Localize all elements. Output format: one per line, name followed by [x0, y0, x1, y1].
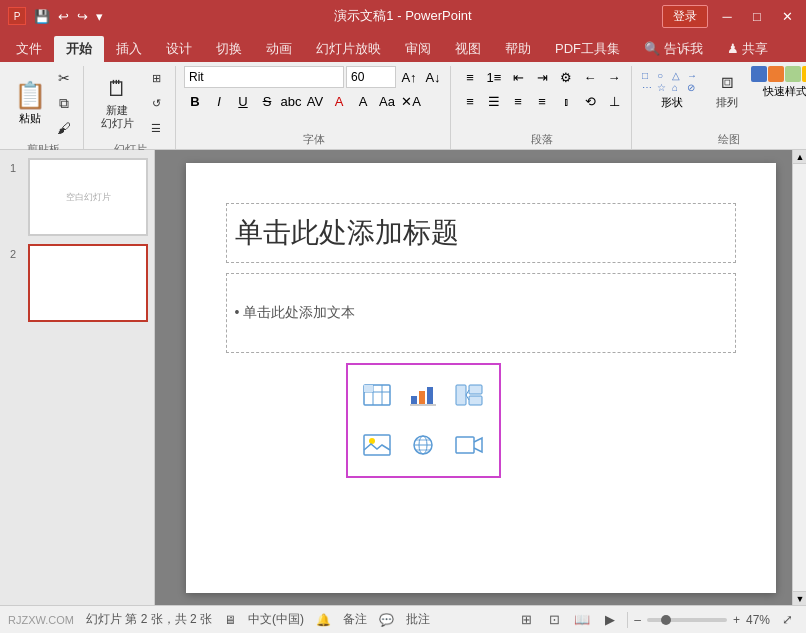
- status-left: RJZXW.COM 幻灯片 第 2 张，共 2 张 🖥 中文(中国) 🔔 备注 …: [8, 611, 430, 628]
- tab-file[interactable]: 文件: [4, 36, 54, 62]
- align-right-button[interactable]: ≡: [507, 90, 529, 112]
- vertical-scrollbar[interactable]: ▲ ▼: [792, 150, 806, 605]
- justify-button[interactable]: ≡: [531, 90, 553, 112]
- slide-sorter-button[interactable]: ⊡: [543, 609, 565, 631]
- fontcase-button[interactable]: Aa: [376, 90, 398, 112]
- style-swatch-3[interactable]: [785, 66, 801, 82]
- paste-button[interactable]: 📋 粘贴: [10, 66, 50, 140]
- customize-quick-icon[interactable]: ▾: [94, 7, 105, 26]
- tab-design[interactable]: 设计: [154, 36, 204, 62]
- numbered-list-button[interactable]: 1≡: [483, 66, 505, 88]
- tab-help[interactable]: 帮助: [493, 36, 543, 62]
- style-swatch-2[interactable]: [768, 66, 784, 82]
- redo-quick-icon[interactable]: ↪: [75, 7, 90, 26]
- tab-slideshow[interactable]: 幻灯片放映: [304, 36, 393, 62]
- tab-pdf[interactable]: PDF工具集: [543, 36, 632, 62]
- scroll-down-button[interactable]: ▼: [793, 591, 806, 605]
- style-swatch-1[interactable]: [751, 66, 767, 82]
- slide-title-text: 单击此处添加标题: [235, 214, 459, 252]
- insert-online-icon[interactable]: [402, 422, 444, 468]
- decrease-indent-button[interactable]: ⇤: [507, 66, 529, 88]
- font-size-input[interactable]: [346, 66, 396, 88]
- slide-layout-button[interactable]: ⊞: [143, 66, 169, 90]
- tab-insert[interactable]: 插入: [104, 36, 154, 62]
- scroll-up-button[interactable]: ▲: [793, 150, 806, 164]
- align-left-button[interactable]: ≡: [459, 90, 481, 112]
- ribbon-group-paragraph: ≡ 1≡ ⇤ ⇥ ⚙ ← → ≡ ☰ ≡ ≡ ⫾ ⟲ ⊥: [453, 66, 632, 149]
- notes-label[interactable]: 备注: [343, 611, 367, 628]
- tab-review[interactable]: 审阅: [393, 36, 443, 62]
- ltr-button[interactable]: →: [603, 66, 625, 88]
- tab-view[interactable]: 视图: [443, 36, 493, 62]
- save-quick-icon[interactable]: 💾: [32, 7, 52, 26]
- textcolor-button[interactable]: A: [352, 90, 374, 112]
- new-slide-button[interactable]: 🗒 新建幻灯片: [92, 66, 142, 140]
- insert-table-icon[interactable]: [356, 373, 398, 419]
- underline-button[interactable]: U: [232, 90, 254, 112]
- minimize-button[interactable]: ─: [716, 5, 738, 27]
- insert-video-icon[interactable]: [448, 422, 490, 468]
- smartart-button[interactable]: ⚙: [555, 66, 577, 88]
- slide-reset-button[interactable]: ↺: [143, 91, 169, 115]
- textalign-v-button[interactable]: ⊥: [603, 90, 625, 112]
- zoom-in-button[interactable]: +: [733, 613, 740, 627]
- slide-body-placeholder[interactable]: • 单击此处添加文本: [226, 273, 736, 353]
- font-name-row: A↑ A↓: [184, 66, 444, 88]
- insert-picture-icon[interactable]: [356, 422, 398, 468]
- font-section: A↑ A↓ B I U S abc AV A A Aa ✕A: [184, 66, 444, 112]
- arrange-button[interactable]: ⧈ 排列: [705, 66, 749, 114]
- increase-indent-button[interactable]: ⇥: [531, 66, 553, 88]
- bold-button[interactable]: B: [184, 90, 206, 112]
- shapes-palette[interactable]: □ ○ △ → ⋯ ☆ ⌂ ⊘ 形状: [640, 66, 703, 114]
- slide-thumb-1[interactable]: 1 空白幻灯片: [28, 158, 148, 236]
- slideshow-view-button[interactable]: ▶: [599, 609, 621, 631]
- zoom-out-button[interactable]: –: [634, 613, 641, 627]
- comments-label[interactable]: 批注: [406, 611, 430, 628]
- slide-thumb-2[interactable]: 2: [28, 244, 148, 322]
- maximize-button[interactable]: □: [746, 5, 768, 27]
- canvas-area: 单击此处添加标题 • 单击此处添加文本: [155, 150, 806, 605]
- font-name-input[interactable]: [184, 66, 344, 88]
- login-button[interactable]: 登录: [662, 5, 708, 28]
- charspacing-button[interactable]: AV: [304, 90, 326, 112]
- slide-canvas[interactable]: 单击此处添加标题 • 单击此处添加文本: [186, 163, 776, 593]
- copy-button[interactable]: ⧉: [51, 91, 77, 115]
- drawing-content: □ ○ △ → ⋯ ☆ ⌂ ⊘ 形状 ⧈ 排列: [640, 66, 806, 130]
- ribbon-group-drawing: □ ○ △ → ⋯ ☆ ⌂ ⊘ 形状 ⧈ 排列: [634, 66, 806, 149]
- slide-thumbnail-2[interactable]: [28, 244, 148, 322]
- undo-quick-icon[interactable]: ↩: [56, 7, 71, 26]
- font-size-decrease-button[interactable]: A↓: [422, 66, 444, 88]
- rtl-button[interactable]: ←: [579, 66, 601, 88]
- tab-animation[interactable]: 动画: [254, 36, 304, 62]
- fit-to-window-button[interactable]: ⤢: [776, 609, 798, 631]
- italic-button[interactable]: I: [208, 90, 230, 112]
- quick-access-toolbar: 💾 ↩ ↪ ▾: [32, 7, 105, 26]
- title-bar: P 💾 ↩ ↪ ▾ 演示文稿1 - PowerPoint 登录 ─ □ ✕: [0, 0, 806, 32]
- insert-chart-icon[interactable]: [402, 373, 444, 419]
- fontcolor-button[interactable]: A: [328, 90, 350, 112]
- tab-search[interactable]: 🔍 告诉我: [632, 36, 715, 62]
- zoom-slider[interactable]: [647, 618, 727, 622]
- columns-button[interactable]: ⫾: [555, 90, 577, 112]
- strikethrough-button[interactable]: S: [256, 90, 278, 112]
- cut-button[interactable]: ✂: [51, 66, 77, 90]
- content-icons-box[interactable]: [346, 363, 501, 478]
- align-center-button[interactable]: ☰: [483, 90, 505, 112]
- slide-thumbnail-1[interactable]: 空白幻灯片: [28, 158, 148, 236]
- reading-view-button[interactable]: 📖: [571, 609, 593, 631]
- format-painter-button[interactable]: 🖌: [51, 116, 77, 140]
- close-button[interactable]: ✕: [776, 5, 798, 27]
- normal-view-button[interactable]: ⊞: [515, 609, 537, 631]
- slide-title-placeholder[interactable]: 单击此处添加标题: [226, 203, 736, 263]
- tab-home[interactable]: 开始: [54, 36, 104, 62]
- shadow-button[interactable]: abc: [280, 90, 302, 112]
- tab-share[interactable]: ♟ 共享: [715, 36, 781, 62]
- bullet-list-button[interactable]: ≡: [459, 66, 481, 88]
- style-swatch-4[interactable]: [802, 66, 806, 82]
- font-size-increase-button[interactable]: A↑: [398, 66, 420, 88]
- tab-transition[interactable]: 切换: [204, 36, 254, 62]
- insert-smartart-icon[interactable]: [448, 373, 490, 419]
- textdir-button[interactable]: ⟲: [579, 90, 601, 112]
- clearformat-button[interactable]: ✕A: [400, 90, 422, 112]
- slide-section-button[interactable]: ☰: [143, 116, 169, 140]
